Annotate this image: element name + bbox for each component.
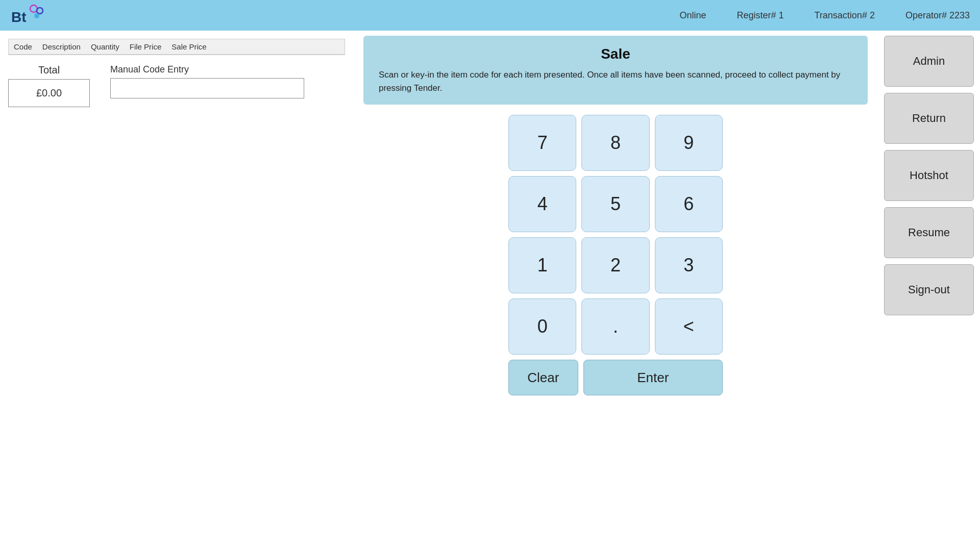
hotshot-button[interactable]: Hotshot [884, 150, 974, 201]
center-panel: Sale Scan or key-in the item code for ea… [353, 31, 878, 551]
total-section: Total £0.00 Manual Code Entry [8, 64, 345, 107]
manual-entry-section: Manual Code Entry [110, 64, 304, 98]
col-description: Description [42, 42, 81, 51]
header: Bt Online Register# 1 Transaction# 2 Ope… [0, 0, 980, 31]
svg-point-3 [34, 13, 39, 18]
numpad-2[interactable]: 2 [581, 237, 649, 293]
sale-description: Scan or key-in the item code for each it… [379, 68, 852, 94]
enter-button[interactable]: Enter [583, 360, 723, 395]
clear-button[interactable]: Clear [508, 360, 578, 395]
total-label: Total [8, 64, 90, 76]
sale-title: Sale [379, 46, 852, 62]
svg-text:Bt: Bt [11, 9, 27, 25]
manual-entry-label: Manual Code Entry [110, 64, 304, 75]
numpad-9[interactable]: 9 [655, 115, 723, 171]
register-number: Register# 1 [737, 10, 783, 21]
col-sale-price: Sale Price [172, 42, 206, 51]
numpad-decimal[interactable]: . [581, 298, 649, 355]
operator-number: Operator# 2233 [905, 10, 970, 21]
numpad-3[interactable]: 3 [655, 237, 723, 293]
sign-out-button[interactable]: Sign-out [884, 264, 974, 315]
return-button[interactable]: Return [884, 93, 974, 144]
resume-button[interactable]: Resume [884, 207, 974, 258]
numpad-5[interactable]: 5 [581, 176, 649, 232]
total-value: £0.00 [8, 79, 90, 107]
numpad: 7 8 9 4 5 6 1 2 3 0 . < [508, 115, 723, 355]
numpad-backspace[interactable]: < [655, 298, 723, 355]
numpad-0[interactable]: 0 [508, 298, 576, 355]
numpad-bottom-row: Clear Enter [508, 360, 723, 395]
transaction-list-panel: Code Description Quantity File Price Sal… [8, 39, 345, 55]
numpad-7[interactable]: 7 [508, 115, 576, 171]
logo-icon: Bt [10, 3, 46, 28]
status-online: Online [679, 10, 706, 21]
right-panel: Admin Return Hotshot Resume Sign-out [878, 31, 980, 551]
admin-button[interactable]: Admin [884, 36, 974, 87]
col-code: Code [14, 42, 32, 51]
numpad-4[interactable]: 4 [508, 176, 576, 232]
sale-info-box: Sale Scan or key-in the item code for ea… [363, 36, 868, 105]
logo-area: Bt [10, 3, 46, 28]
manual-code-input[interactable] [110, 78, 304, 98]
col-file-price: File Price [130, 42, 162, 51]
numpad-6[interactable]: 6 [655, 176, 723, 232]
table-header: Code Description Quantity File Price Sal… [9, 39, 345, 55]
transaction-number: Transaction# 2 [815, 10, 875, 21]
svg-point-2 [37, 8, 43, 14]
numpad-1[interactable]: 1 [508, 237, 576, 293]
main-content: Code Description Quantity File Price Sal… [0, 31, 980, 551]
numpad-8[interactable]: 8 [581, 115, 649, 171]
header-status: Online Register# 1 Transaction# 2 Operat… [679, 10, 970, 21]
total-area: Total £0.00 [8, 64, 90, 107]
bottom-panel: Total £0.00 Manual Code Entry [4, 59, 349, 112]
col-quantity: Quantity [91, 42, 119, 51]
